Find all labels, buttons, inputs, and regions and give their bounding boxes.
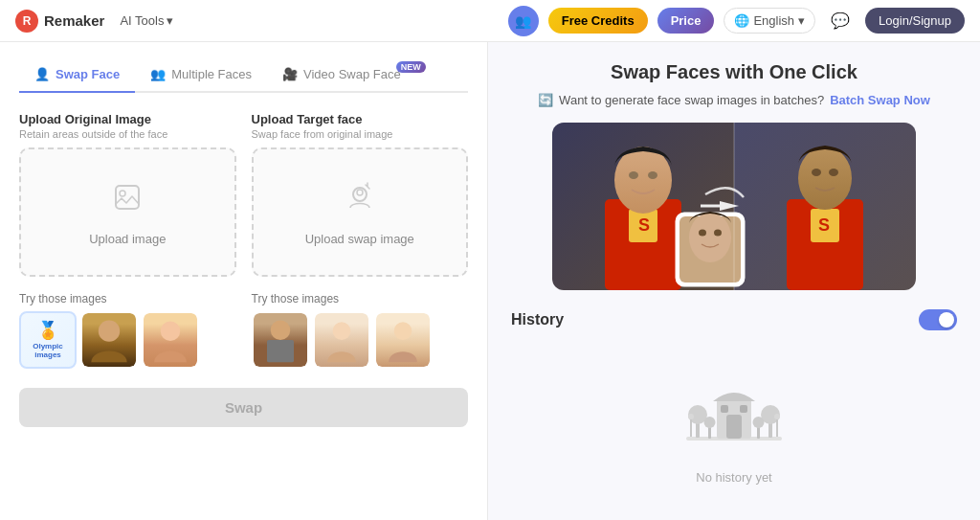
sample-original-section: Try those images 🏅 Olympic images	[19, 292, 236, 369]
logo-icon: R	[15, 10, 38, 33]
svg-point-22	[812, 169, 821, 176]
sample-images-row: Try those images 🏅 Olympic images	[19, 292, 468, 369]
sample-target-images	[252, 311, 469, 369]
sample-target-1[interactable]	[252, 311, 309, 369]
right-panel: Swap Faces with One Click 🔄 Want to gene…	[488, 42, 980, 520]
svg-rect-45	[690, 418, 692, 437]
upload-target-box[interactable]: Upload swap image	[252, 147, 469, 277]
swap-button[interactable]: Swap	[19, 388, 468, 427]
svg-point-48	[774, 414, 780, 419]
svg-rect-36	[740, 405, 747, 413]
language-chevron-icon: ▾	[798, 13, 805, 28]
sample-original-1[interactable]	[80, 311, 138, 369]
svg-rect-47	[776, 418, 778, 437]
svg-rect-43	[757, 427, 760, 439]
sample-original-images: 🏅 Olympic images	[19, 311, 236, 369]
svg-point-29	[699, 230, 706, 237]
tab-swap-face[interactable]: 👤 Swap Face	[19, 57, 135, 93]
upload-original-section: Upload Original Image Retain areas outsi…	[19, 112, 236, 277]
logo-text: Remaker	[44, 12, 104, 29]
upload-target-label: Upload swap image	[305, 232, 414, 246]
language-label: English	[753, 13, 794, 28]
sample-original-label: Try those images	[19, 292, 236, 305]
left-panel: 👤 Swap Face 👥 Multiple Faces 🎥 Video Swa…	[0, 42, 488, 520]
upload-target-subtitle: Swap face from original image	[252, 128, 469, 140]
upload-target-section: Upload Target face Swap face from origin…	[252, 112, 469, 277]
svg-point-14	[614, 147, 672, 214]
header: R Remaker AI Tools ▾ 👥 Free Credits Pric…	[0, 0, 980, 42]
demo-image-area: S S	[552, 123, 916, 290]
batch-swap-link[interactable]: Batch Swap Now	[830, 93, 930, 107]
svg-point-23	[829, 169, 838, 176]
svg-point-9	[393, 322, 412, 340]
svg-point-3	[357, 190, 363, 195]
chat-icon: 💬	[831, 11, 850, 30]
swap-face-tab-label: Swap Face	[56, 67, 120, 81]
batch-row: 🔄 Want to generate face swap images in b…	[511, 93, 957, 107]
sample-target-section: Try those images	[252, 292, 469, 369]
svg-point-1	[120, 191, 125, 196]
svg-rect-41	[708, 427, 711, 439]
empty-history: No history yet	[511, 346, 957, 504]
svg-point-15	[629, 171, 638, 179]
svg-point-4	[99, 320, 120, 341]
upload-original-subtitle: Retain areas outside of the face	[19, 128, 236, 140]
svg-rect-35	[721, 405, 728, 413]
header-right: 👥 Free Credits Price 🌐 English ▾ 💬 Login…	[508, 6, 965, 36]
tab-multiple-faces[interactable]: 👥 Multiple Faces	[135, 57, 267, 93]
olympic-rings-label: Olympic images	[21, 343, 75, 360]
svg-rect-7	[267, 340, 294, 362]
svg-point-44	[753, 417, 765, 428]
tab-bar: 👤 Swap Face 👥 Multiple Faces 🎥 Video Swa…	[19, 57, 468, 93]
sample-target-label: Try those images	[252, 292, 469, 305]
sample-target-2[interactable]	[313, 311, 370, 369]
right-panel-title: Swap Faces with One Click	[511, 61, 957, 83]
price-button[interactable]: Price	[657, 8, 715, 34]
login-signup-button[interactable]: Login/Signup	[865, 8, 965, 34]
history-row: History	[511, 309, 957, 330]
globe-icon: 🌐	[734, 13, 749, 28]
upload-original-label: Upload image	[89, 232, 166, 246]
svg-point-8	[332, 322, 350, 340]
svg-point-28	[689, 213, 731, 262]
svg-text:S: S	[818, 215, 830, 235]
upload-row: Upload Original Image Retain areas outsi…	[19, 112, 468, 277]
upload-target-title: Upload Target face	[252, 112, 469, 126]
demo-image-svg: S S	[552, 123, 916, 290]
history-toggle[interactable]	[919, 309, 957, 330]
video-swap-face-tab-label: Video Swap Face	[303, 67, 401, 81]
video-swap-face-tab-icon: 🎥	[282, 67, 298, 81]
empty-history-text: No history yet	[696, 470, 771, 485]
svg-rect-0	[116, 186, 139, 209]
main-content: 👤 Swap Face 👥 Multiple Faces 🎥 Video Swa…	[0, 42, 980, 520]
upload-original-box[interactable]: Upload image	[19, 147, 236, 277]
svg-point-16	[648, 171, 657, 179]
user-group-icon[interactable]: 👥	[508, 6, 539, 36]
upload-target-icon	[341, 178, 379, 224]
upload-original-icon	[108, 178, 146, 224]
svg-point-46	[688, 414, 694, 419]
notification-button[interactable]: 💬	[825, 6, 856, 36]
svg-point-42	[704, 417, 716, 428]
svg-rect-34	[726, 415, 742, 439]
batch-icon: 🔄	[538, 93, 553, 107]
tab-video-swap-face[interactable]: 🎥 Video Swap Face NEW	[267, 57, 428, 93]
logo[interactable]: R Remaker	[15, 10, 104, 33]
ai-tools-menu[interactable]: AI Tools ▾	[112, 10, 181, 32]
svg-text:S: S	[638, 215, 650, 235]
batch-text: Want to generate face swap images in bat…	[559, 93, 824, 107]
upload-original-title: Upload Original Image	[19, 112, 236, 126]
ai-tools-label: AI Tools	[120, 13, 164, 28]
svg-point-30	[714, 230, 722, 237]
svg-point-6	[270, 320, 290, 340]
multiple-faces-tab-icon: 👥	[150, 67, 166, 81]
free-credits-button[interactable]: Free Credits	[548, 8, 648, 34]
sample-original-2[interactable]	[142, 311, 199, 369]
history-label: History	[511, 311, 564, 328]
chevron-down-icon: ▾	[167, 13, 173, 28]
svg-point-21	[798, 147, 852, 210]
new-badge: NEW	[396, 61, 426, 73]
language-selector[interactable]: 🌐 English ▾	[724, 8, 815, 34]
sample-target-3[interactable]	[374, 311, 432, 369]
sample-olympic-images[interactable]: 🏅 Olympic images	[19, 311, 77, 369]
